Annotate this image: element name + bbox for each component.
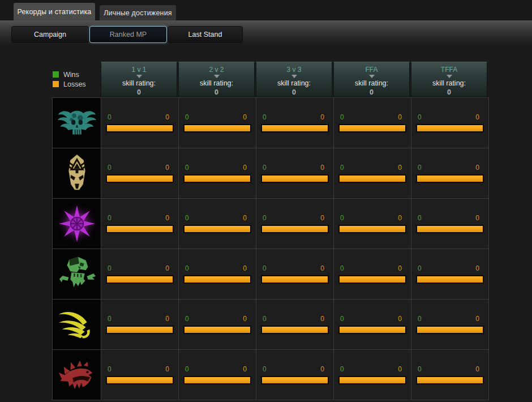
top-tab-strip: Рекорды и статистика Личные достижения bbox=[0, 0, 532, 20]
losses-value: 0 bbox=[243, 264, 247, 272]
skill-rating-value: 0 bbox=[101, 88, 177, 96]
tab-last-stand[interactable]: Last Stand bbox=[168, 26, 243, 43]
column-header-1v1[interactable]: 1 v 1 skill rating: 0 bbox=[101, 62, 177, 97]
losses-value: 0 bbox=[243, 113, 247, 121]
losses-value: 0 bbox=[320, 264, 324, 272]
wins-legend-label: Wins bbox=[63, 71, 79, 79]
losses-value: 0 bbox=[398, 164, 402, 172]
wins-value: 0 bbox=[185, 214, 189, 222]
losses-value: 0 bbox=[475, 315, 479, 323]
win-loss-bar bbox=[261, 376, 329, 384]
win-loss-bar bbox=[106, 376, 174, 384]
wins-value: 0 bbox=[108, 365, 111, 373]
win-loss-legend: Wins Losses bbox=[53, 70, 86, 89]
win-loss-bar bbox=[416, 326, 484, 334]
losses-bar-fill bbox=[185, 377, 250, 383]
tab-ranked-mp[interactable]: Ranked MP bbox=[89, 26, 167, 43]
win-loss-bar bbox=[183, 225, 251, 233]
losses-value: 0 bbox=[165, 113, 169, 121]
losses-value: 0 bbox=[475, 164, 479, 172]
tab-personal-achievements[interactable]: Личные достижения bbox=[100, 5, 176, 20]
skill-rating-label: skill rating: bbox=[256, 79, 332, 87]
column-header-ffa[interactable]: FFA skill rating: 0 bbox=[333, 62, 410, 97]
win-loss-bar bbox=[106, 326, 174, 334]
losses-value: 0 bbox=[475, 365, 479, 373]
wins-value: 0 bbox=[340, 365, 344, 373]
losses-value: 0 bbox=[320, 365, 324, 373]
faction-icon-cell-eldar bbox=[53, 148, 101, 199]
losses-value: 0 bbox=[165, 315, 169, 323]
chaos-faction-icon bbox=[56, 203, 98, 245]
losses-value: 0 bbox=[320, 214, 324, 222]
win-loss-bar bbox=[261, 124, 329, 132]
stats-cell: 00 bbox=[101, 148, 179, 199]
stats-cell: 00 bbox=[179, 300, 256, 350]
win-loss-bar bbox=[183, 326, 251, 334]
wins-value: 0 bbox=[340, 264, 344, 272]
win-loss-bar bbox=[261, 174, 329, 183]
losses-bar-fill bbox=[185, 226, 250, 232]
skill-rating-label: skill rating: bbox=[179, 79, 254, 87]
faction-icon-cell-orks bbox=[53, 249, 101, 300]
losses-value: 0 bbox=[475, 214, 479, 222]
wins-value: 0 bbox=[418, 315, 422, 323]
losses-value: 0 bbox=[243, 365, 247, 373]
losses-bar-fill bbox=[340, 327, 405, 333]
losses-value: 0 bbox=[475, 264, 479, 272]
wins-color-swatch bbox=[53, 71, 59, 78]
skill-rating-label: skill rating: bbox=[101, 79, 177, 87]
skill-rating-value: 0 bbox=[411, 88, 487, 96]
tab-campaign[interactable]: Campaign bbox=[11, 26, 89, 43]
column-header-3v3[interactable]: 3 v 3 skill rating: 0 bbox=[256, 62, 332, 97]
win-loss-bar bbox=[183, 124, 251, 132]
wins-value: 0 bbox=[263, 214, 267, 222]
wins-value: 0 bbox=[263, 365, 267, 373]
losses-bar-fill bbox=[185, 276, 250, 283]
losses-bar-fill bbox=[340, 125, 405, 131]
win-loss-bar bbox=[183, 174, 251, 183]
wins-value: 0 bbox=[108, 315, 111, 323]
stats-cell: 00 bbox=[256, 148, 334, 199]
losses-bar-fill bbox=[417, 327, 483, 333]
losses-value: 0 bbox=[320, 113, 324, 121]
stats-cell: 00 bbox=[411, 199, 489, 249]
eldar-faction-icon bbox=[56, 152, 98, 194]
legend-wins-row: Wins bbox=[53, 70, 86, 79]
losses-bar-fill bbox=[107, 125, 173, 131]
win-loss-bar bbox=[183, 275, 251, 284]
faction-icon-cell-chaos bbox=[53, 199, 101, 249]
wins-value: 0 bbox=[418, 164, 422, 172]
stats-grid: 0000000000 0000000000 0000000000 bbox=[52, 97, 489, 400]
win-loss-bar bbox=[106, 275, 174, 284]
tab-records-statistics[interactable]: Рекорды и статистика bbox=[14, 3, 95, 20]
stats-cell: 00 bbox=[256, 300, 334, 350]
stats-cell: 00 bbox=[179, 199, 256, 249]
stats-cell: 00 bbox=[101, 98, 179, 148]
win-loss-bar bbox=[338, 174, 406, 183]
win-loss-bar bbox=[416, 225, 484, 233]
win-loss-bar bbox=[261, 225, 329, 233]
stats-cell: 00 bbox=[101, 199, 179, 249]
wins-value: 0 bbox=[185, 264, 189, 272]
stats-cell: 00 bbox=[256, 350, 334, 400]
losses-bar-fill bbox=[417, 377, 483, 383]
win-loss-bar bbox=[338, 376, 406, 384]
stats-cell: 00 bbox=[334, 300, 411, 350]
stats-cell: 00 bbox=[256, 199, 334, 249]
losses-bar-fill bbox=[417, 125, 483, 131]
losses-bar-fill bbox=[185, 327, 250, 333]
column-header-2v2[interactable]: 2 v 2 skill rating: 0 bbox=[178, 62, 255, 97]
orks-faction-icon bbox=[56, 253, 98, 295]
win-loss-bar bbox=[261, 326, 329, 334]
losses-value: 0 bbox=[165, 365, 169, 373]
skill-rating-value: 0 bbox=[334, 88, 409, 96]
wins-value: 0 bbox=[263, 164, 267, 172]
column-header-tffa[interactable]: TFFA skill rating: 0 bbox=[411, 62, 487, 97]
losses-bar-fill bbox=[417, 176, 483, 182]
stats-cell: 00 bbox=[179, 148, 256, 199]
wins-value: 0 bbox=[418, 113, 422, 121]
stats-cell: 00 bbox=[411, 350, 489, 400]
space-marines-faction-icon bbox=[56, 102, 98, 144]
sub-tab-band: Campaign Ranked MP Last Stand bbox=[0, 20, 532, 44]
wins-value: 0 bbox=[108, 264, 111, 272]
